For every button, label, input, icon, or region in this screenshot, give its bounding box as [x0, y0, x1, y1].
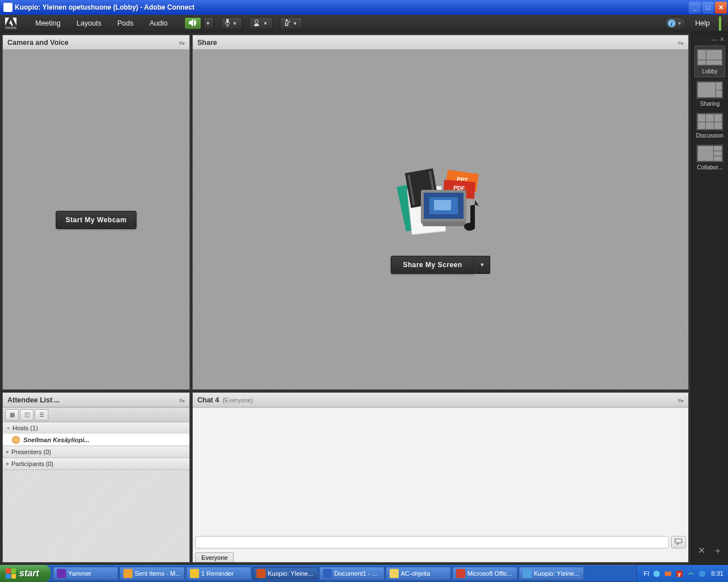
chat-pod: Chat 4 (Everyone) ≡▾ Everyone — [192, 392, 689, 563]
attendee-item[interactable]: Snellman Kesäyliopi... — [3, 434, 189, 446]
taskbar-item-icon — [323, 569, 332, 578]
tray-clock[interactable]: 8:31 — [712, 570, 723, 577]
chat-pod-header: Chat 4 (Everyone) ≡▾ — [193, 393, 688, 408]
menu-help[interactable]: Help — [689, 19, 715, 27]
taskbar-item[interactable]: Microsoft Offic... — [452, 567, 518, 580]
attendee-view-button-1[interactable]: ▦ — [5, 409, 19, 421]
taskbar-item[interactable]: Yammer — [53, 567, 118, 580]
attendee-pod-title: Attendee List — [7, 396, 52, 404]
tray-icon[interactable]: y — [675, 569, 684, 578]
expand-icon: ▶ — [6, 462, 9, 466]
attendee-participants-header[interactable]: ▶ Participants (0) — [3, 458, 189, 469]
info-button[interactable]: i ▼ — [664, 17, 686, 30]
chat-scope-label: (Everyone) — [222, 397, 253, 404]
raise-hand-button[interactable]: ▼ — [280, 17, 303, 30]
layout-lobby[interactable]: Lobby — [694, 45, 725, 77]
layout-thumb-icon — [696, 113, 723, 131]
system-tray: FI y 8:31 — [636, 565, 728, 582]
share-graphic-icon: PPT PDF — [390, 166, 492, 246]
app-menubar: Adobe Meeting Layouts Pods Audio ▼ ▼ ▼ ▼… — [0, 15, 728, 32]
layout-sharing[interactable]: Sharing — [694, 78, 725, 109]
taskbar-item[interactable]: 1 Reminder — [186, 567, 251, 580]
layout-thumb-icon — [696, 81, 723, 99]
tray-icon[interactable] — [686, 569, 695, 578]
taskbar-item-icon — [257, 569, 266, 578]
attendee-presenters-header[interactable]: ▶ Presenters (0) — [3, 446, 189, 458]
mic-icon — [225, 19, 230, 28]
window-titlebar: Kuopio: Yleinen opetushuone (Lobby) - Ad… — [0, 0, 728, 15]
taskbar-items: YammerSent Items - M...1 ReminderKuopio:… — [51, 565, 636, 582]
expand-icon: ▶ — [6, 450, 9, 454]
layout-thumb-icon — [696, 144, 723, 163]
svg-point-2 — [286, 19, 288, 22]
webcam-button[interactable]: ▼ — [249, 17, 273, 30]
attendee-hosts-header[interactable]: ▼ Hosts (1) — [3, 422, 189, 434]
taskbar-item[interactable]: AC-ohjeita — [386, 567, 451, 580]
speaker-dropdown[interactable]: ▼ — [204, 17, 214, 30]
pod-options-icon[interactable]: ≡▾ — [179, 397, 185, 404]
chat-bubble-icon — [675, 537, 682, 547]
attendee-view-button-2[interactable]: ◫ — [20, 409, 34, 421]
connection-indicator — [719, 16, 721, 31]
tray-icon[interactable] — [664, 569, 672, 578]
rail-close-layouts-icon[interactable]: ✕ — [698, 545, 705, 557]
tray-icon[interactable] — [698, 569, 706, 578]
attendee-list-pod: Attendee List ... ≡▾ ▦ ◫ ☰ ▼ Hosts (1) — [2, 392, 190, 563]
svg-point-17 — [653, 570, 659, 576]
menu-pods[interactable]: Pods — [109, 15, 142, 32]
speaker-button[interactable] — [184, 17, 201, 30]
window-minimize-button[interactable]: _ — [689, 2, 701, 14]
taskbar-item-label: Kuopio: Yleine... — [268, 570, 313, 577]
chat-tab-everyone[interactable]: Everyone — [195, 552, 234, 562]
taskbar-item[interactable]: Document1 - ... — [319, 567, 384, 580]
start-button[interactable]: start — [0, 565, 51, 582]
attendee-toolbar: ▦ ◫ ☰ — [3, 408, 189, 422]
rail-close-icon[interactable]: — ✕ — [712, 36, 725, 43]
webcam-icon — [253, 19, 261, 28]
share-screen-dropdown[interactable]: ▼ — [474, 256, 490, 274]
share-pod: Share ≡▾ PPT — [192, 35, 689, 390]
window-maximize-button[interactable]: □ — [702, 2, 714, 14]
raise-hand-icon — [284, 19, 291, 28]
taskbar-item[interactable]: Sent Items - M... — [119, 567, 185, 580]
app-icon — [3, 3, 13, 12]
tray-icon[interactable] — [652, 569, 661, 578]
taskbar-item[interactable]: Kuopio: Yleine... — [519, 567, 584, 580]
layout-discussion[interactable]: Discussion — [694, 110, 725, 141]
attendee-pod-title-suffix: ... — [53, 396, 59, 404]
taskbar-item-label: Kuopio: Yleine... — [534, 570, 580, 577]
rail-add-layout-icon[interactable]: ＋ — [713, 545, 722, 557]
attendee-empty-area — [3, 470, 189, 562]
mic-button[interactable]: ▼ — [221, 17, 242, 30]
tray-language[interactable]: FI — [644, 570, 650, 577]
windows-logo-icon — [6, 568, 16, 579]
pod-options-icon[interactable]: ≡▾ — [678, 39, 684, 46]
taskbar-item-icon — [456, 569, 465, 578]
expand-icon: ▼ — [6, 426, 10, 430]
taskbar-item-icon — [190, 569, 199, 578]
menu-meeting[interactable]: Meeting — [27, 15, 68, 32]
attendee-pod-header: Attendee List ... ≡▾ — [3, 393, 189, 408]
taskbar-item[interactable]: Kuopio: Yleine... — [253, 567, 318, 580]
chat-send-button[interactable] — [671, 536, 686, 548]
attendee-view-button-3[interactable]: ☰ — [35, 409, 48, 421]
camera-voice-pod: Camera and Voice ≡▾ Start My Webcam — [2, 35, 190, 390]
share-screen-button[interactable]: Share My Screen — [391, 256, 474, 274]
taskbar-item-label: Sent Items - M... — [135, 570, 181, 577]
adobe-logo: Adobe — [2, 16, 19, 30]
svg-rect-15 — [434, 200, 451, 210]
speaker-icon — [189, 19, 197, 28]
chat-input[interactable] — [195, 536, 669, 548]
window-close-button[interactable]: ✕ — [715, 2, 727, 14]
menu-layouts[interactable]: Layouts — [68, 15, 109, 32]
chat-pod-title: Chat 4 — [197, 396, 219, 404]
pod-options-icon[interactable]: ≡▾ — [179, 39, 185, 46]
pod-options-icon[interactable]: ≡▾ — [678, 397, 684, 404]
info-icon: i — [668, 19, 676, 27]
start-webcam-button[interactable]: Start My Webcam — [56, 211, 136, 229]
menu-audio[interactable]: Audio — [142, 15, 176, 32]
share-pod-title: Share — [197, 39, 217, 47]
layout-collaboration[interactable]: Collabor... — [694, 142, 725, 173]
taskbar-item-label: Document1 - ... — [334, 570, 377, 577]
taskbar-item-label: AC-ohjeita — [401, 570, 430, 577]
